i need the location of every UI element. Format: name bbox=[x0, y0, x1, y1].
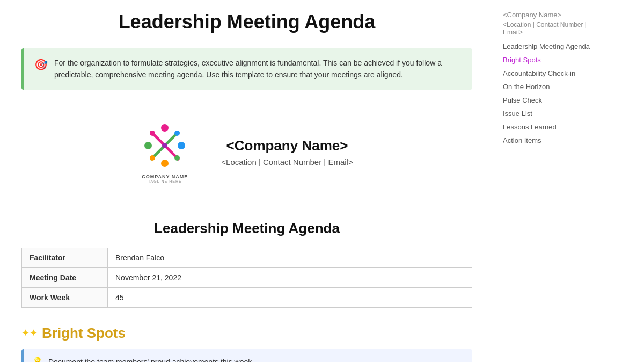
bright-spots-callout: 💡 Document the team members' proud achie… bbox=[21, 349, 472, 362]
table-cell-label: Work Week bbox=[22, 287, 108, 307]
table-cell-label: Meeting Date bbox=[22, 267, 108, 287]
sidebar-nav-link[interactable]: Action Items bbox=[503, 135, 603, 146]
table-row: Work Week45 bbox=[22, 287, 472, 307]
svg-point-7 bbox=[150, 131, 155, 136]
intro-callout: 🎯 For the organization to formulate stra… bbox=[21, 48, 472, 90]
svg-point-6 bbox=[162, 143, 167, 148]
logo-company-name: COMPANY NAME bbox=[141, 174, 189, 179]
bright-spots-header: ✦✦ Bright Spots bbox=[21, 325, 472, 342]
company-name-display: <Company Name> bbox=[221, 137, 353, 154]
agenda-title: Leadership Meeting Agenda bbox=[21, 220, 472, 237]
sidebar-nav: Leadership Meeting AgendaBright SpotsAcc… bbox=[503, 41, 603, 146]
sidebar-nav-link[interactable]: Leadership Meeting Agenda bbox=[503, 41, 603, 52]
table-cell-value: November 21, 2022 bbox=[108, 267, 472, 287]
sidebar-nav-item[interactable]: Action Items bbox=[503, 135, 603, 146]
sidebar-nav-link[interactable]: Lessons Learned bbox=[503, 122, 603, 132]
bulb-icon: 💡 bbox=[32, 357, 43, 362]
sidebar-nav-link[interactable]: Accountability Check-in bbox=[503, 68, 603, 78]
sidebar-nav-link[interactable]: Bright Spots bbox=[503, 55, 603, 65]
page-title: Leadership Meeting Agenda bbox=[21, 11, 472, 33]
target-icon: 🎯 bbox=[34, 58, 48, 71]
table-row: Meeting DateNovember 21, 2022 bbox=[22, 267, 472, 287]
table-cell-value: Brendan Falco bbox=[108, 248, 472, 267]
sidebar-nav-link[interactable]: Issue List bbox=[503, 108, 603, 119]
sidebar-company-name: <Company Name> bbox=[503, 11, 603, 19]
sparkles-icon: ✦✦ bbox=[21, 327, 38, 339]
sidebar-nav-item[interactable]: On the Horizon bbox=[503, 82, 603, 92]
bright-spots-title: Bright Spots bbox=[42, 325, 126, 342]
company-contact: <Location | Contact Number | Email> bbox=[221, 157, 353, 166]
svg-point-3 bbox=[161, 160, 169, 167]
table-cell-value: 45 bbox=[108, 287, 472, 307]
sidebar-nav-item[interactable]: Issue List bbox=[503, 108, 603, 119]
sidebar-nav-link[interactable]: On the Horizon bbox=[503, 82, 603, 92]
sidebar-nav-item[interactable]: Pulse Check bbox=[503, 95, 603, 105]
svg-point-9 bbox=[150, 155, 155, 161]
main-content: Leadership Meeting Agenda 🎯 For the orga… bbox=[0, 0, 494, 362]
sidebar-nav-item[interactable]: Bright Spots bbox=[503, 55, 603, 65]
logo-svg bbox=[141, 121, 189, 170]
divider-1 bbox=[21, 103, 472, 103]
intro-text: For the organization to formulate strate… bbox=[54, 57, 462, 81]
sidebar: <Company Name> <Location | Contact Numbe… bbox=[494, 0, 612, 362]
sidebar-nav-item[interactable]: Leadership Meeting Agenda bbox=[503, 41, 603, 52]
divider-2 bbox=[21, 207, 472, 207]
svg-point-2 bbox=[178, 142, 185, 149]
svg-point-1 bbox=[144, 142, 152, 149]
company-header: COMPANY NAME TAGLINE HERE <Company Name>… bbox=[21, 116, 472, 194]
bright-spots-callout-text: Document the team members' proud achieve… bbox=[48, 357, 254, 362]
company-info: <Company Name> <Location | Contact Numbe… bbox=[221, 137, 353, 166]
sidebar-nav-link[interactable]: Pulse Check bbox=[503, 95, 603, 105]
company-logo: COMPANY NAME TAGLINE HERE bbox=[141, 121, 189, 183]
sidebar-contact: <Location | Contact Number | Email> bbox=[503, 21, 603, 36]
logo-tagline: TAGLINE HERE bbox=[141, 179, 189, 183]
info-table: FacilitatorBrendan FalcoMeeting DateNove… bbox=[21, 248, 472, 308]
svg-point-0 bbox=[161, 124, 169, 132]
sidebar-nav-item[interactable]: Lessons Learned bbox=[503, 122, 603, 132]
table-cell-label: Facilitator bbox=[22, 248, 108, 267]
svg-point-8 bbox=[174, 131, 180, 136]
sidebar-nav-item[interactable]: Accountability Check-in bbox=[503, 68, 603, 78]
table-row: FacilitatorBrendan Falco bbox=[22, 248, 472, 267]
svg-point-10 bbox=[174, 155, 180, 161]
